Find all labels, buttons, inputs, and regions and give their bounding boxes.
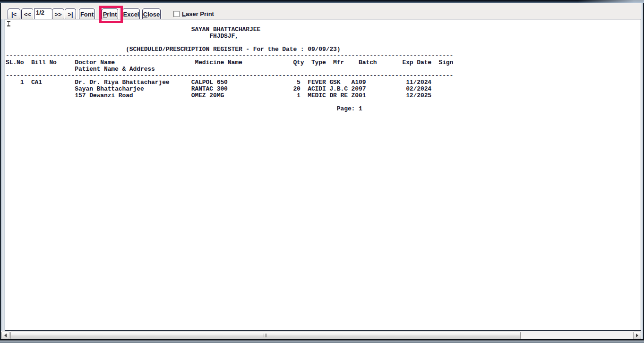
horizontal-scrollbar[interactable] [1,331,641,339]
scrollbar-grip-icon [264,334,267,337]
report-text: SAYAN BHATTACHARJEE FHJDSJF, (SCHEDULED/… [6,20,453,112]
laser-print-label-rest: aser Print [186,10,214,17]
laser-print-checkbox[interactable] [173,11,180,17]
scroll-right-button[interactable] [633,332,641,339]
horizontal-scrollbar-thumb[interactable] [10,332,521,339]
window-bottom-border [0,339,644,343]
scroll-left-arrow-icon [4,334,7,337]
report-preview-window: |< << 1/2 >> >| Font Print Excel Close L… [0,0,644,343]
close-button-label-rest: lose [147,11,160,18]
close-button-underlined-letter: C [143,11,147,18]
laser-print-label[interactable]: Laser Print [182,10,214,17]
window-left-inner-border [1,3,5,339]
report-preview-content: SAYAN BHATTACHARJEE FHJDSJF, (SCHEDULED/… [5,19,641,331]
scroll-left-button[interactable] [1,332,9,339]
toolbar: |< << 1/2 >> >| Font Print Excel Close L… [1,3,641,19]
scroll-right-arrow-icon [636,334,638,337]
print-button-label-rest: rint [107,11,117,18]
laser-print-underlined-letter: L [182,10,186,17]
